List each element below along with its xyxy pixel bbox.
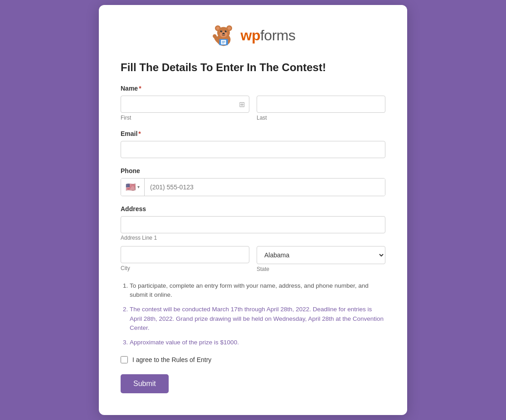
address-label: Address [121, 205, 385, 212]
address-line1-sub-label: Address Line 1 [121, 235, 157, 241]
svg-point-3 [216, 26, 219, 29]
state-col: AlabamaAlaskaArizonaArkansasCaliforniaCo… [257, 246, 385, 272]
svg-point-8 [224, 30, 226, 32]
last-name-col: Last [257, 96, 385, 121]
state-select[interactable]: AlabamaAlaskaArizonaArkansasCaliforniaCo… [257, 246, 385, 264]
brand-name: wpforms [241, 27, 296, 44]
rule-item-2: The contest will be conducted March 17th… [130, 305, 385, 333]
first-name-sub-label: First [121, 115, 249, 121]
address-line1-input[interactable] [121, 216, 385, 233]
svg-point-18 [213, 34, 216, 38]
email-label: Email* [121, 130, 385, 137]
first-name-col: ⊞ First [121, 96, 249, 121]
email-field-group: Email* [121, 130, 385, 158]
first-name-input-wrapper: ⊞ [121, 96, 249, 113]
email-input[interactable] [121, 141, 385, 158]
submit-button[interactable]: Submit [121, 374, 169, 393]
last-name-input[interactable] [257, 96, 385, 113]
phone-wrapper: 🇺🇸 ▾ [121, 178, 385, 196]
svg-point-11 [222, 33, 225, 34]
name-field-group: Name* ⊞ First Last [121, 85, 385, 121]
agree-checkbox-row: I agree to the Rules of Entry [121, 356, 385, 363]
city-sub-label: City [121, 265, 249, 271]
us-flag-icon: 🇺🇸 [126, 182, 136, 192]
state-sub-label: State [257, 266, 385, 272]
svg-point-5 [228, 26, 231, 29]
bear-mascot-icon [211, 23, 236, 48]
svg-point-10 [225, 31, 226, 31]
phone-field-group: Phone 🇺🇸 ▾ [121, 167, 385, 196]
agree-checkbox[interactable] [121, 356, 128, 363]
rule-item-3: Approximate value of the prize is $1000. [130, 338, 385, 347]
chevron-down-icon: ▾ [137, 184, 140, 189]
rules-list: To participate, complete an entry form w… [121, 281, 385, 348]
last-name-sub-label: Last [257, 115, 385, 121]
agree-checkbox-label[interactable]: I agree to the Rules of Entry [132, 356, 211, 363]
phone-flag-button[interactable]: 🇺🇸 ▾ [121, 179, 145, 196]
svg-point-7 [220, 30, 222, 32]
name-row: ⊞ First Last [121, 96, 385, 121]
address-field-group: Address Address Line 1 City AlabamaAlask… [121, 205, 385, 272]
address-row: City AlabamaAlaskaArizonaArkansasCalifor… [121, 246, 385, 272]
city-input[interactable] [121, 246, 249, 263]
city-col: City [121, 246, 249, 272]
name-label: Name* [121, 85, 385, 92]
rule-item-1: To participate, complete an entry form w… [130, 281, 385, 300]
logo-area: wpforms [121, 23, 385, 48]
svg-point-9 [221, 31, 222, 31]
form-title: Fill The Details To Enter In The Contest… [121, 61, 385, 74]
phone-input[interactable] [145, 179, 385, 196]
first-name-input[interactable] [121, 96, 249, 113]
form-card: wpforms Fill The Details To Enter In The… [99, 5, 407, 415]
contact-card-icon: ⊞ [239, 100, 245, 108]
phone-label: Phone [121, 167, 385, 174]
